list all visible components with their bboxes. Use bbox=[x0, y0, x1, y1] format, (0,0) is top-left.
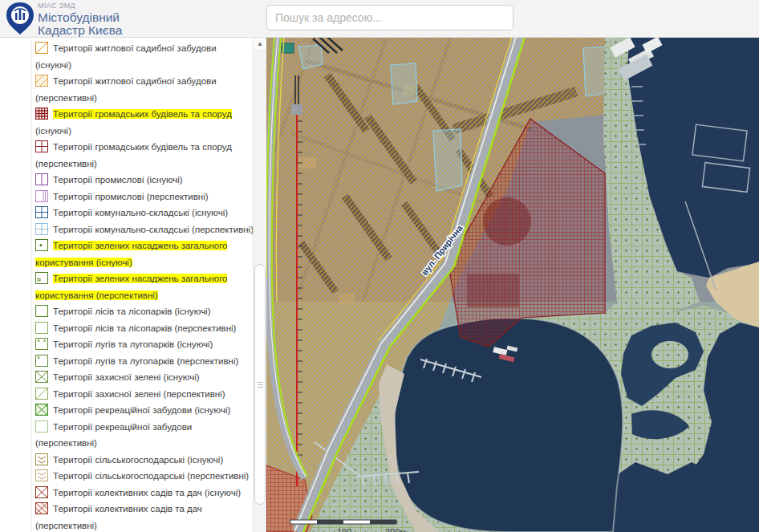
scale-label-200: 200м bbox=[385, 527, 406, 532]
legend-item-public-buildings-existing[interactable]: Території громадських будівель та споруд… bbox=[0, 106, 253, 139]
map-canvas[interactable]: вул. Прирічна 100 200м bbox=[266, 37, 759, 532]
square-purple-vlines-icon bbox=[35, 190, 48, 202]
app-subtitle: МІАС ЗМД bbox=[38, 2, 122, 10]
legend-item-green-public-perspective[interactable]: Території зелених насаджень загального к… bbox=[0, 270, 253, 303]
square-palegreen-icon bbox=[35, 420, 48, 433]
legend-item-forests-perspective[interactable]: Території лісів та лісопарків (перспекти… bbox=[0, 320, 253, 337]
layers-legend-panel: Території житлової садибної забудови (іс… bbox=[0, 37, 266, 532]
square-green-x-fill-icon bbox=[35, 404, 48, 416]
legend-item-industrial-perspective[interactable]: Території промислові (перспективні) bbox=[0, 189, 253, 205]
square-olive-chevrons-light-icon bbox=[35, 469, 48, 481]
legend-item-agricultural-existing[interactable]: Території сільськогосподарські (існуючі) bbox=[0, 452, 253, 469]
channel-island bbox=[651, 341, 688, 368]
app-header: МІАС ЗМД Містобудівний Кадастр Києва bbox=[0, 0, 759, 38]
square-green-light-icon bbox=[35, 322, 48, 334]
address-search-input[interactable] bbox=[266, 5, 513, 30]
legend-item-public-buildings-perspective[interactable]: Території громадських будівель та споруд… bbox=[0, 139, 253, 172]
app-title-line2: Кадастр Києва bbox=[38, 24, 122, 37]
legend-item-garden-plots-existing[interactable]: Території колективних садів та дач (існу… bbox=[0, 485, 253, 502]
legend-item-forests-existing[interactable]: Території лісів та лісопарків (існуючі) bbox=[0, 303, 253, 320]
square-orange-diagonal-icon bbox=[35, 42, 48, 54]
scroll-up-arrow-icon[interactable]: ▲ bbox=[254, 37, 266, 51]
app-title-line1: Містобудівний bbox=[38, 11, 122, 24]
legend-item-meadows-existing[interactable]: Території лугів та лугопарків (існуючі) bbox=[0, 336, 253, 353]
square-green-dot-icon bbox=[35, 239, 48, 251]
square-green-marks-icon bbox=[35, 338, 48, 350]
legend-scrollbar[interactable]: ▲ bbox=[253, 37, 266, 532]
legend-item-recreational-perspective[interactable]: Території рекреаційної забудови (перспек… bbox=[0, 419, 253, 452]
scrollbar-thumb[interactable] bbox=[254, 264, 266, 505]
map-svg: вул. Прирічна 100 200м bbox=[266, 37, 759, 532]
legend-item-communal-perspective[interactable]: Території комунально-складські (перспект… bbox=[0, 221, 253, 238]
legend-item-meadows-perspective[interactable]: Території лугів та лугопарків (перспекти… bbox=[0, 353, 253, 370]
square-green-x-icon bbox=[35, 371, 48, 383]
square-lightblue-cross-icon bbox=[35, 223, 48, 235]
legend-item-residential-existing[interactable]: Території житлової садибної забудови (іс… bbox=[0, 40, 253, 73]
legend-item-industrial-existing[interactable]: Території промислові (існуючі) bbox=[0, 172, 253, 189]
legend-list: Території житлової садибної забудови (іс… bbox=[0, 37, 253, 532]
square-olive-chevrons-icon bbox=[35, 453, 48, 465]
legend-item-recreational-existing[interactable]: Території рекреаційної забудови (існуючі… bbox=[0, 402, 253, 419]
square-red-grid-icon bbox=[35, 108, 48, 120]
square-darkred-x-hatch-icon bbox=[35, 502, 48, 514]
square-green-corner-icon bbox=[35, 272, 48, 284]
legend-item-green-public-existing[interactable]: Території зелених насаджень загального к… bbox=[0, 238, 253, 270]
square-orange-hatch-icon bbox=[35, 75, 48, 87]
kyiv-cadastre-logo-icon[interactable] bbox=[5, 2, 35, 35]
legend-item-communal-existing[interactable]: Території комунально-складські (існуючі) bbox=[0, 205, 253, 221]
legend-item-agricultural-perspective[interactable]: Території сільськогосподарські (перспект… bbox=[0, 468, 253, 485]
square-darkred-x-icon bbox=[35, 486, 48, 498]
scale-label-100: 100 bbox=[337, 527, 351, 532]
square-green-icon bbox=[35, 305, 48, 317]
water-bay bbox=[394, 318, 623, 532]
square-green-mark-icon bbox=[35, 355, 48, 367]
legend-item-protective-green-existing[interactable]: Території захисної зелені (існуючі) bbox=[0, 369, 253, 386]
square-red-cross-icon bbox=[35, 140, 48, 152]
square-purple-vline-icon bbox=[35, 173, 48, 185]
legend-item-protective-green-perspective[interactable]: Території захисної зелені (перспективні) bbox=[0, 386, 253, 403]
legend-item-residential-perspective[interactable]: Території житлової садибної забудови (пе… bbox=[0, 73, 253, 106]
scrollbar-grip-icon bbox=[258, 382, 263, 383]
square-green-diagonal-icon bbox=[35, 388, 48, 400]
square-blue-cross-icon bbox=[35, 206, 48, 218]
legend-item-garden-plots-perspective[interactable]: Території колективних садів та дач (перс… bbox=[0, 501, 253, 532]
